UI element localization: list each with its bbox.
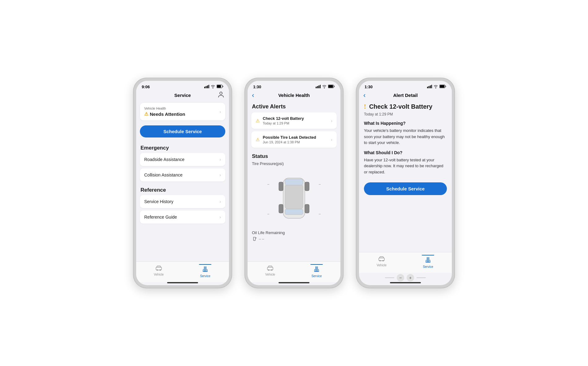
back-btn-3[interactable]: ‹ xyxy=(363,91,365,99)
collision-assistance-item[interactable]: Collision Assistance › xyxy=(140,168,225,181)
tab-vehicle-label-2: Vehicle xyxy=(265,273,275,276)
signal-icon-2 xyxy=(316,84,321,89)
alert-title-2: Possible Tire Leak Detected xyxy=(263,135,316,140)
zoom-line-right xyxy=(417,277,426,278)
back-btn-2[interactable]: ‹ xyxy=(252,91,254,99)
profile-icon-1[interactable] xyxy=(218,91,224,99)
svg-rect-19 xyxy=(328,85,333,88)
alert-detail-header: ! Check 12-volt Battery xyxy=(364,103,447,110)
vehicle-tab-icon-2 xyxy=(267,266,274,272)
svg-rect-36 xyxy=(430,85,431,88)
tab-bar-2: Vehicle Service xyxy=(248,261,340,282)
schedule-service-btn-3[interactable]: Schedule Service xyxy=(364,182,447,195)
vh-small-label: Vehicle Health xyxy=(144,107,185,110)
screen-2-content: Active Alerts ⚠ Check 12-volt Battery To… xyxy=(248,100,340,261)
collision-text: Collision Assistance xyxy=(144,172,183,177)
phone-1: 9:06 ⚡ Service xyxy=(133,78,232,288)
roadside-text: Roadside Assistance xyxy=(144,157,184,162)
status-time-1: 9:06 xyxy=(142,85,150,89)
alert-tire[interactable]: ⚠ Possible Tire Leak Detected Jun 19, 20… xyxy=(251,131,337,148)
svg-point-30 xyxy=(271,269,272,271)
car-svg xyxy=(266,167,322,229)
what-should-text: Have your 12-volt battery tested at your… xyxy=(364,157,447,175)
service-tab-icon-3 xyxy=(425,257,431,264)
screen-3-content: ! Check 12-volt Battery Today at 1:29 PM… xyxy=(359,100,452,252)
tab-vehicle-label-3: Vehicle xyxy=(377,264,387,267)
alert-battery[interactable]: ⚠ Check 12-volt Battery Today at 1:29 PM… xyxy=(251,112,337,129)
oil-life-label: Oil Life Remaining xyxy=(248,229,340,236)
status-header: Status xyxy=(248,150,340,161)
tab-vehicle-label-1: Vehicle xyxy=(154,273,164,276)
service-tab-icon-1 xyxy=(202,266,208,274)
svg-rect-35 xyxy=(429,86,430,88)
collision-chevron: › xyxy=(219,172,221,177)
phone-2: 1:30 ‹ Vehicle Health xyxy=(244,78,344,288)
roadside-assistance-item[interactable]: Roadside Assistance › xyxy=(140,153,225,166)
vehicle-health-card[interactable]: Vehicle Health ⚠ Needs Attention › xyxy=(140,103,225,120)
nav-title-3: Alert Detail xyxy=(393,93,417,98)
battery-icon-3 xyxy=(439,84,446,89)
svg-point-29 xyxy=(268,269,269,271)
svg-text:⚡: ⚡ xyxy=(223,85,223,88)
tab-vehicle-2[interactable]: Vehicle xyxy=(259,265,281,277)
vh-status: ⚠ Needs Attention xyxy=(144,111,185,117)
phone-3: 1:30 ‹ Alert Detail xyxy=(356,78,455,288)
tab-service-label-1: Service xyxy=(200,274,210,278)
svg-rect-14 xyxy=(316,87,317,88)
warning-icon-1: ⚠ xyxy=(144,111,148,117)
alert-detail-time: Today at 1:29 PM xyxy=(364,112,447,116)
service-history-item[interactable]: Service History › xyxy=(140,195,225,208)
oil-life-value: -- -- xyxy=(259,237,264,241)
zoom-line-left xyxy=(385,277,394,278)
tire-fr: -- xyxy=(319,183,321,186)
svg-rect-25 xyxy=(305,182,309,191)
svg-rect-15 xyxy=(317,86,318,88)
tab-service-label-2: Service xyxy=(311,274,322,278)
svg-rect-39 xyxy=(440,85,444,88)
oil-life-row: -- -- xyxy=(248,236,340,241)
what-is-happening-title: What Is Happening? xyxy=(364,121,447,126)
nav-bar-1: Service xyxy=(136,91,229,100)
what-should-title: What Should I Do? xyxy=(364,150,447,155)
battery-icon-2 xyxy=(328,84,335,89)
home-indicator-3 xyxy=(390,282,421,283)
svg-rect-3 xyxy=(209,85,210,88)
alert-icon-2: ⚠ xyxy=(256,137,260,142)
alert-time-1: Today at 1:29 PM xyxy=(263,121,304,125)
svg-rect-5 xyxy=(217,85,221,88)
tab-vehicle-1[interactable]: Vehicle xyxy=(148,265,170,277)
svg-rect-0 xyxy=(204,87,205,88)
zoom-out-btn[interactable]: − xyxy=(397,274,404,281)
vehicle-tab-icon-1 xyxy=(155,266,162,272)
alert-detail-title: Check 12-volt Battery xyxy=(369,103,433,110)
zoom-controls-3: − + xyxy=(359,273,452,282)
svg-rect-1 xyxy=(206,86,207,88)
alert-icon-1: ⚠ xyxy=(256,118,260,124)
svg-rect-34 xyxy=(427,87,428,88)
svg-point-9 xyxy=(157,269,158,271)
schedule-service-btn-1[interactable]: Schedule Service xyxy=(140,125,225,137)
reference-guide-item[interactable]: Reference Guide › xyxy=(140,211,225,224)
nav-title-2: Vehicle Health xyxy=(278,93,310,98)
signal-icon-3 xyxy=(427,84,432,89)
wifi-icon-3 xyxy=(433,84,438,89)
car-diagram: -- -- -- -- xyxy=(266,167,322,229)
home-indicator-1 xyxy=(167,282,198,283)
what-is-happening-text: Your vehicle's battery monitor indicates… xyxy=(364,128,447,146)
status-bar-3: 1:30 xyxy=(359,81,452,91)
svg-rect-21 xyxy=(285,184,303,209)
alert-chevron-2: › xyxy=(331,137,332,142)
battery-icon-1: ⚡ xyxy=(217,84,223,89)
tab-service-3[interactable]: Service xyxy=(416,254,440,269)
nav-title-1: Service xyxy=(174,93,191,98)
alert-title-1: Check 12-volt Battery xyxy=(263,116,304,121)
zoom-in-btn[interactable]: + xyxy=(407,274,414,281)
reference-guide-text: Reference Guide xyxy=(144,215,177,220)
service-history-text: Service History xyxy=(144,199,173,204)
tab-vehicle-3[interactable]: Vehicle xyxy=(370,256,393,268)
tire-rr: -- xyxy=(319,212,321,216)
phones-container: 9:06 ⚡ Service xyxy=(133,78,455,288)
reference-section-header: Reference xyxy=(136,184,229,195)
tab-service-1[interactable]: Service xyxy=(193,264,218,278)
tab-service-2[interactable]: Service xyxy=(304,264,329,278)
